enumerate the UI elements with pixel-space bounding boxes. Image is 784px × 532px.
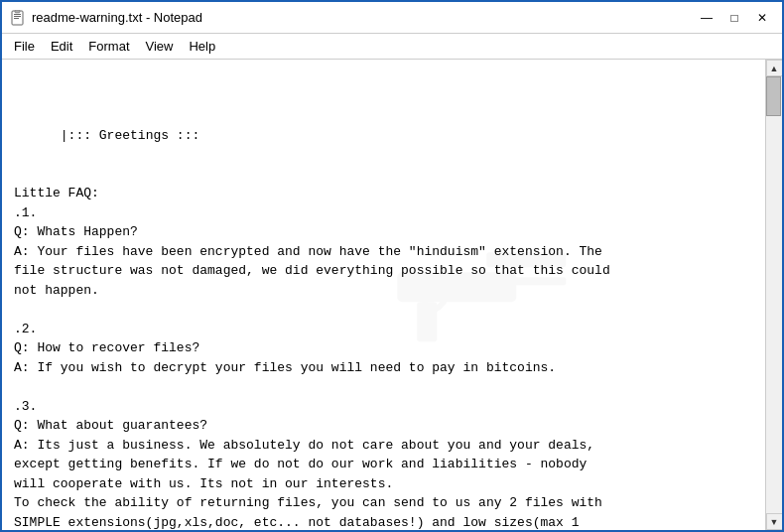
notepad-window: readme-warning.txt - Notepad — □ ✕ File … bbox=[0, 0, 784, 532]
maximize-button[interactable]: □ bbox=[722, 7, 746, 29]
svg-rect-1 bbox=[14, 14, 21, 15]
menu-file[interactable]: File bbox=[6, 37, 43, 56]
svg-rect-3 bbox=[14, 18, 19, 19]
svg-rect-2 bbox=[14, 16, 21, 17]
close-button[interactable]: ✕ bbox=[750, 7, 774, 29]
menu-help[interactable]: Help bbox=[181, 37, 223, 56]
window-title: readme-warning.txt - Notepad bbox=[32, 10, 202, 25]
menu-bar: File Edit Format View Help bbox=[2, 34, 782, 60]
scrollbar[interactable]: ▲ ▼ bbox=[765, 60, 782, 530]
menu-edit[interactable]: Edit bbox=[43, 37, 80, 56]
title-bar-left: readme-warning.txt - Notepad bbox=[10, 10, 202, 26]
minimize-button[interactable]: — bbox=[695, 7, 719, 29]
content-area: |::: Greetings ::: Little FAQ: .1. Q: Wh… bbox=[2, 60, 782, 530]
scroll-down-arrow[interactable]: ▼ bbox=[766, 513, 783, 530]
text-editor[interactable]: |::: Greetings ::: Little FAQ: .1. Q: Wh… bbox=[2, 60, 765, 530]
title-bar: readme-warning.txt - Notepad — □ ✕ bbox=[2, 2, 782, 34]
scrollbar-track[interactable] bbox=[766, 76, 782, 513]
title-bar-controls: — □ ✕ bbox=[695, 7, 774, 29]
menu-view[interactable]: View bbox=[138, 37, 182, 56]
document-text: |::: Greetings ::: Little FAQ: .1. Q: Wh… bbox=[14, 128, 610, 531]
notepad-icon bbox=[10, 10, 26, 26]
scroll-up-arrow[interactable]: ▲ bbox=[766, 60, 783, 76]
watermark bbox=[276, 173, 635, 417]
svg-rect-7 bbox=[417, 302, 437, 341]
svg-rect-4 bbox=[15, 10, 20, 13]
scrollbar-thumb[interactable] bbox=[766, 76, 781, 116]
menu-format[interactable]: Format bbox=[80, 37, 137, 56]
